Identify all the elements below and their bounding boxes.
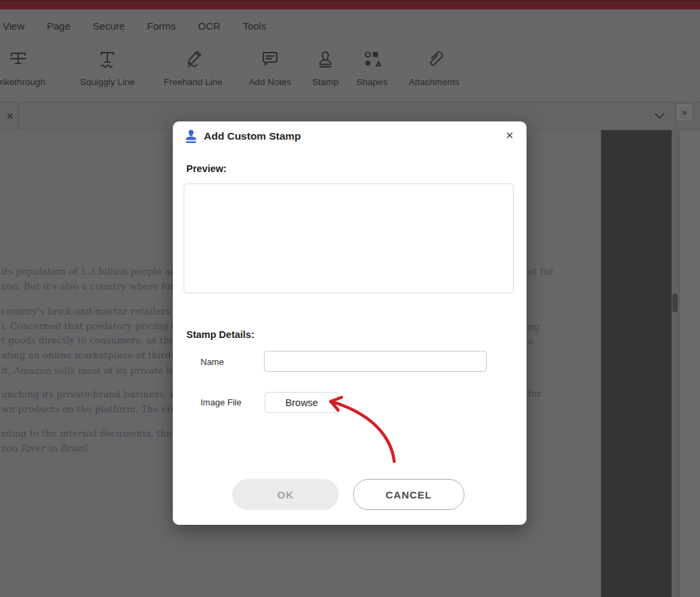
menu-item-ocr[interactable]: OCR (198, 20, 220, 32)
add-custom-stamp-dialog: Add Custom Stamp ✕ Preview: Stamp Detail… (173, 121, 527, 525)
stamp-icon (183, 128, 199, 144)
tab-close-icon[interactable]: ✕ (3, 110, 17, 123)
doc-text-line: unching its private-brand business, int (1, 389, 182, 399)
scrollbar-thumb[interactable] (672, 293, 678, 312)
vertical-scrollbar[interactable] (672, 130, 679, 597)
toolbar-label: Attachments (380, 77, 488, 87)
viewer-background (601, 130, 672, 597)
doc-text-fragment: et for (528, 266, 554, 277)
menu-bar: View Page Secure Forms OCR Tools (0, 9, 700, 42)
stamp-preview-box (184, 183, 514, 293)
collapsed-right-panel (679, 130, 700, 597)
doc-text-line: zon River in Brazil. (1, 443, 91, 453)
image-file-label: Image File (200, 397, 242, 407)
name-label: Name (200, 357, 224, 367)
menu-item-view[interactable]: View (3, 20, 24, 32)
menu-item-tools[interactable]: Tools (243, 20, 267, 32)
stamp-details-label: Stamp Details: (186, 329, 254, 340)
expand-panel-button[interactable]: » (678, 105, 691, 120)
tabbar-right-divider (675, 103, 676, 130)
name-input[interactable] (264, 351, 487, 372)
window-title-bar (0, 0, 700, 9)
annotation-toolbar: Strikethrough Squiggly Line Freehand Lin… (0, 42, 700, 103)
tab-divider (18, 103, 19, 130)
doc-text-line: country's brick-and-mortar retailers c (1, 306, 178, 316)
doc-text-line: rding to the internal documents, the w (1, 428, 183, 438)
doc-text-line: its population of 1.3 billion people an (1, 266, 176, 277)
doc-text-line: ating an online marketplace of third-p (1, 349, 180, 360)
cancel-button[interactable]: CANCEL (353, 479, 464, 510)
toolbar-button-attachments[interactable]: Attachments (380, 49, 488, 87)
ok-button[interactable]: OK (232, 479, 339, 510)
menu-item-secure[interactable]: Secure (92, 20, 125, 32)
browse-button[interactable]: Browse (265, 392, 339, 413)
dialog-title: Add Custom Stamp (204, 130, 301, 142)
menu-item-page[interactable]: Page (47, 20, 70, 32)
dialog-header: Add Custom Stamp ✕ (173, 121, 527, 151)
close-icon[interactable]: ✕ (503, 129, 516, 142)
preview-label: Preview: (186, 163, 227, 174)
menu-item-forms[interactable]: Forms (147, 20, 176, 32)
doc-text-line: zon. But it's also a country where forei (1, 281, 183, 291)
doc-text-fragment: ng (528, 321, 540, 332)
doc-text-line: t goods directly to consumers, as they c (1, 335, 188, 345)
doc-text-fragment: for (528, 388, 541, 399)
doc-text-line: lt, Amazon sells most of its private bra (1, 365, 182, 376)
chevron-down-icon[interactable] (653, 111, 666, 121)
doc-text-fragment: o (528, 335, 533, 346)
doc-text-line: wn products on the platform. The creat (1, 403, 186, 414)
doc-text-line: i. Concerned that predatory pricing co (1, 320, 182, 331)
paperclip-icon (380, 49, 488, 73)
